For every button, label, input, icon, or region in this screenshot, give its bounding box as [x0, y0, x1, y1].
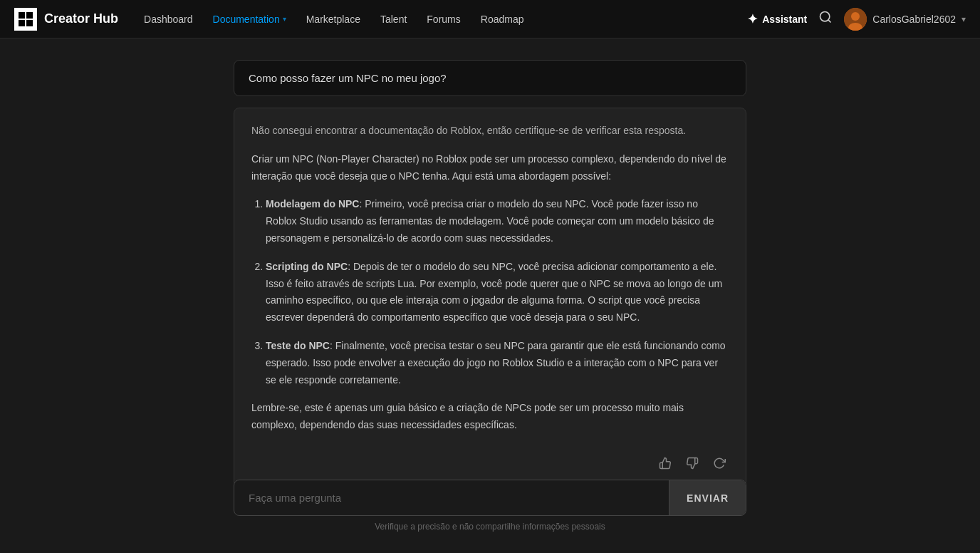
- input-wrapper: ENVIAR: [234, 480, 746, 516]
- sparkle-icon: ✦: [747, 11, 758, 27]
- avatar: [844, 8, 867, 31]
- chevron-down-icon: ▾: [283, 15, 286, 23]
- nav-talent[interactable]: Talent: [372, 9, 415, 29]
- nav-forums[interactable]: Forums: [418, 9, 469, 29]
- step-2-title: Scripting do NPC: [266, 261, 348, 272]
- svg-point-4: [820, 12, 830, 21]
- logo-icon: [14, 8, 37, 31]
- refresh-button[interactable]: [710, 454, 729, 472]
- ai-steps-list: Modelagem do NPC: Primeiro, você precisa…: [251, 196, 729, 388]
- search-button[interactable]: [818, 10, 833, 28]
- svg-rect-3: [26, 20, 33, 26]
- svg-point-7: [851, 12, 860, 21]
- response-actions: [251, 445, 729, 472]
- user-message: Como posso fazer um NPC no meu jogo?: [234, 60, 746, 96]
- step-3-title: Teste do NPC: [266, 340, 330, 351]
- thumbs-down-button[interactable]: [683, 454, 702, 472]
- thumbs-up-button[interactable]: [656, 454, 674, 472]
- input-area: ENVIAR Verifique a precisão e não compar…: [234, 480, 746, 532]
- svg-line-5: [828, 20, 831, 23]
- svg-rect-2: [19, 20, 25, 26]
- list-item: Teste do NPC: Finalmente, você precisa t…: [266, 338, 729, 388]
- list-item: Scripting do NPC: Depois de ter o modelo…: [266, 259, 729, 326]
- nav-dashboard[interactable]: Dashboard: [135, 9, 202, 29]
- user-menu[interactable]: CarlosGabriel2602 ▾: [844, 8, 966, 31]
- chat-container: Como posso fazer um NPC no meu jogo? Não…: [234, 60, 746, 487]
- main-content: Como posso fazer um NPC no meu jogo? Não…: [0, 38, 980, 553]
- assistant-button[interactable]: ✦ Assistant: [747, 11, 807, 27]
- header: Creator Hub Dashboard Documentation ▾ Ma…: [0, 0, 980, 38]
- user-chevron-icon: ▾: [961, 14, 966, 24]
- ai-footer: Lembre-se, este é apenas um guia básico …: [251, 400, 729, 434]
- ai-response: Não consegui encontrar a documentação do…: [234, 108, 746, 487]
- step-1-title: Modelagem do NPC: [266, 198, 359, 210]
- ai-warning: Não consegui encontrar a documentação do…: [251, 123, 729, 140]
- nav-roadmap[interactable]: Roadmap: [472, 9, 533, 29]
- chat-input[interactable]: [234, 480, 669, 515]
- main-nav: Dashboard Documentation ▾ Marketplace Ta…: [135, 9, 730, 29]
- logo-text: Creator Hub: [44, 11, 118, 26]
- logo-area: Creator Hub: [14, 8, 118, 31]
- username-label: CarlosGabriel2602: [872, 14, 956, 25]
- nav-marketplace[interactable]: Marketplace: [298, 9, 369, 29]
- svg-rect-0: [19, 12, 25, 19]
- disclaimer-text: Verifique a precisão e não compartilhe i…: [234, 522, 746, 532]
- send-button[interactable]: ENVIAR: [669, 480, 746, 515]
- step-3-sep: : Finalmente, você precisa testar o seu …: [266, 340, 726, 386]
- nav-documentation[interactable]: Documentation ▾: [204, 9, 295, 29]
- ai-intro: Criar um NPC (Non-Player Character) no R…: [251, 151, 729, 185]
- list-item: Modelagem do NPC: Primeiro, você precisa…: [266, 196, 729, 247]
- header-right: ✦ Assistant CarlosGabriel2602 ▾: [747, 8, 966, 31]
- svg-rect-1: [26, 12, 33, 19]
